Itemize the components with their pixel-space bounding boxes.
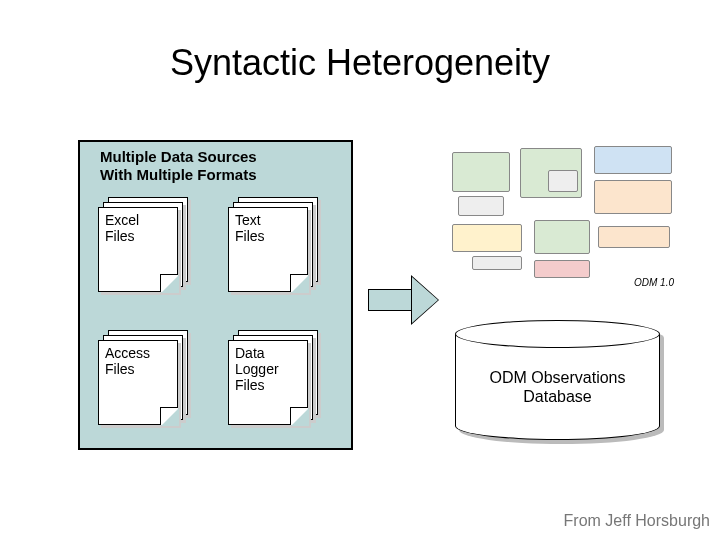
- excel-files-stack: ExcelFiles: [98, 197, 188, 292]
- sources-heading: Multiple Data SourcesWith Multiple Forma…: [100, 148, 257, 184]
- slide-title: Syntactic Heterogeneity: [0, 0, 720, 84]
- data-logger-files-label: DataLoggerFiles: [235, 345, 279, 393]
- database-label: ODM ObservationsDatabase: [455, 368, 660, 406]
- text-files-label: TextFiles: [235, 212, 265, 244]
- database-cylinder-icon: ODM ObservationsDatabase: [455, 320, 660, 440]
- text-files-stack: TextFiles: [228, 197, 318, 292]
- attribution-text: From Jeff Horsburgh: [564, 512, 710, 530]
- flow-arrow-icon: [368, 275, 438, 325]
- data-logger-files-stack: DataLoggerFiles: [228, 330, 318, 425]
- access-files-label: AccessFiles: [105, 345, 150, 377]
- data-sources-panel: Multiple Data SourcesWith Multiple Forma…: [78, 140, 353, 450]
- excel-files-label: ExcelFiles: [105, 212, 139, 244]
- access-files-stack: AccessFiles: [98, 330, 188, 425]
- schema-version-label: ODM 1.0: [634, 277, 674, 288]
- odm-schema-diagram: ODM 1.0: [448, 140, 678, 290]
